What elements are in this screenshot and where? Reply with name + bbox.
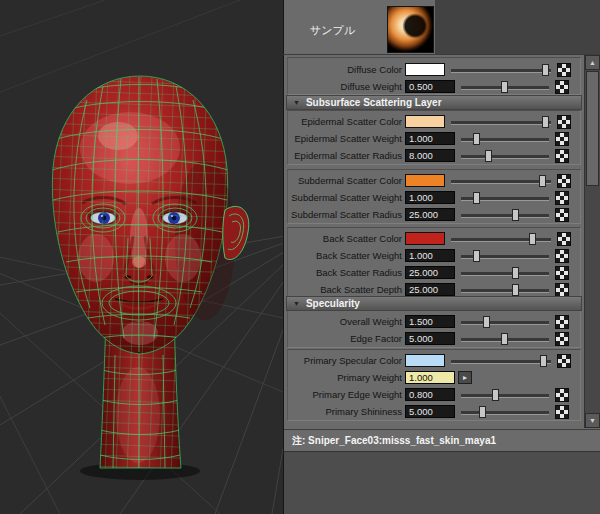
attr-label: Epidermal Scatter Radius xyxy=(285,150,402,161)
attr-row-back-weight: Back Scatter Weight 1.000 xyxy=(285,248,583,263)
value-field[interactable]: 1.000 xyxy=(405,249,455,262)
color-swatch[interactable] xyxy=(405,232,445,245)
slider[interactable] xyxy=(461,283,549,297)
slider-track xyxy=(461,272,549,276)
scroll-up-icon[interactable]: ▲ xyxy=(585,55,600,70)
value-field-connected[interactable]: 1.000 xyxy=(405,371,455,384)
texture-map-icon[interactable] xyxy=(555,405,569,419)
section-title: Specularity xyxy=(306,298,360,309)
attr-label: Primary Shininess xyxy=(285,406,402,417)
slider[interactable] xyxy=(461,405,549,419)
slider-track xyxy=(461,155,549,159)
viewport-canvas xyxy=(0,0,283,514)
slider[interactable] xyxy=(461,149,549,163)
value-field[interactable]: 1.000 xyxy=(405,132,455,145)
slider-handle[interactable] xyxy=(501,333,508,345)
slider[interactable] xyxy=(461,80,549,94)
slider[interactable] xyxy=(461,132,549,146)
texture-map-icon[interactable] xyxy=(555,191,569,205)
slider-handle[interactable] xyxy=(501,81,508,93)
slider[interactable] xyxy=(451,232,551,246)
slider-handle[interactable] xyxy=(473,250,480,262)
color-swatch[interactable] xyxy=(405,115,445,128)
attr-label: Epidermal Scatter Weight xyxy=(285,133,402,144)
section-header-subsurface[interactable]: ▼ Subsurface Scattering Layer xyxy=(286,95,582,110)
slider-handle[interactable] xyxy=(485,150,492,162)
texture-map-icon[interactable] xyxy=(557,232,571,246)
slider-handle[interactable] xyxy=(512,267,519,279)
texture-map-icon[interactable] xyxy=(555,332,569,346)
slider[interactable] xyxy=(451,354,551,368)
material-preview-swatch[interactable] xyxy=(387,6,434,53)
slider[interactable] xyxy=(461,388,549,402)
connection-icon[interactable]: ▸ xyxy=(458,371,472,384)
attr-label: Primary Edge Weight xyxy=(285,389,402,400)
sample-label: サンプル xyxy=(310,23,355,38)
value-field[interactable]: 25.000 xyxy=(405,266,455,279)
scrollbar[interactable]: ▲ ▼ xyxy=(584,55,600,428)
slider-handle[interactable] xyxy=(473,192,480,204)
value-field[interactable]: 5.000 xyxy=(405,405,455,418)
value-field[interactable]: 5.000 xyxy=(405,332,455,345)
value-field[interactable]: 25.000 xyxy=(405,208,455,221)
slider[interactable] xyxy=(461,249,549,263)
texture-map-icon[interactable] xyxy=(555,208,569,222)
color-swatch[interactable] xyxy=(405,354,445,367)
slider[interactable] xyxy=(461,266,549,280)
slider[interactable] xyxy=(451,63,551,77)
slider-handle[interactable] xyxy=(529,233,536,245)
texture-map-icon[interactable] xyxy=(555,149,569,163)
value-field[interactable]: 0.500 xyxy=(405,80,455,93)
viewport-3d[interactable] xyxy=(0,0,283,514)
scrollbar-thumb[interactable] xyxy=(586,71,599,186)
value-field[interactable]: 1.000 xyxy=(405,191,455,204)
texture-map-icon[interactable] xyxy=(557,115,571,129)
attr-label: Diffuse Color xyxy=(285,64,402,75)
header-separator xyxy=(283,54,600,55)
attr-row-primary-specular-color: Primary Specular Color xyxy=(285,353,583,368)
slider-handle[interactable] xyxy=(479,406,486,418)
collapse-arrow-icon: ▼ xyxy=(293,300,300,307)
attr-row-primary-edge-weight: Primary Edge Weight 0.800 xyxy=(285,387,583,402)
texture-map-icon[interactable] xyxy=(555,283,569,297)
section-header-specularity[interactable]: ▼ Specularity xyxy=(286,296,582,311)
slider-handle[interactable] xyxy=(540,355,547,367)
attr-label: Primary Specular Color xyxy=(285,355,402,366)
color-swatch[interactable] xyxy=(405,63,445,76)
scroll-down-icon[interactable]: ▼ xyxy=(585,413,600,428)
slider-handle[interactable] xyxy=(492,389,499,401)
texture-map-icon[interactable] xyxy=(557,63,571,77)
texture-map-icon[interactable] xyxy=(555,388,569,402)
attr-label: Back Scatter Color xyxy=(285,233,402,244)
texture-map-icon[interactable] xyxy=(557,174,571,188)
slider[interactable] xyxy=(461,191,549,205)
slider-track xyxy=(451,238,551,242)
slider-handle[interactable] xyxy=(512,284,519,296)
attr-label: Subdermal Scatter Weight xyxy=(285,192,402,203)
texture-map-icon[interactable] xyxy=(555,80,569,94)
texture-map-icon[interactable] xyxy=(555,249,569,263)
slider[interactable] xyxy=(451,115,551,129)
texture-map-icon[interactable] xyxy=(555,266,569,280)
value-field[interactable]: 0.800 xyxy=(405,388,455,401)
attr-row-edge-factor: Edge Factor 5.000 xyxy=(285,331,583,346)
texture-map-icon[interactable] xyxy=(555,315,569,329)
slider-handle[interactable] xyxy=(539,175,546,187)
texture-map-icon[interactable] xyxy=(557,354,571,368)
slider[interactable] xyxy=(461,332,549,346)
slider[interactable] xyxy=(461,315,549,329)
collapse-arrow-icon: ▼ xyxy=(293,99,300,106)
slider-handle[interactable] xyxy=(542,116,549,128)
value-field[interactable]: 25.000 xyxy=(405,283,455,296)
value-field[interactable]: 8.000 xyxy=(405,149,455,162)
slider-handle[interactable] xyxy=(483,316,490,328)
slider[interactable] xyxy=(451,174,551,188)
slider-handle[interactable] xyxy=(512,209,519,221)
slider-handle[interactable] xyxy=(542,64,549,76)
color-swatch[interactable] xyxy=(405,174,445,187)
slider[interactable] xyxy=(461,208,549,222)
slider-handle[interactable] xyxy=(473,133,480,145)
value-field[interactable]: 1.500 xyxy=(405,315,455,328)
slider-track xyxy=(451,360,551,364)
texture-map-icon[interactable] xyxy=(555,132,569,146)
